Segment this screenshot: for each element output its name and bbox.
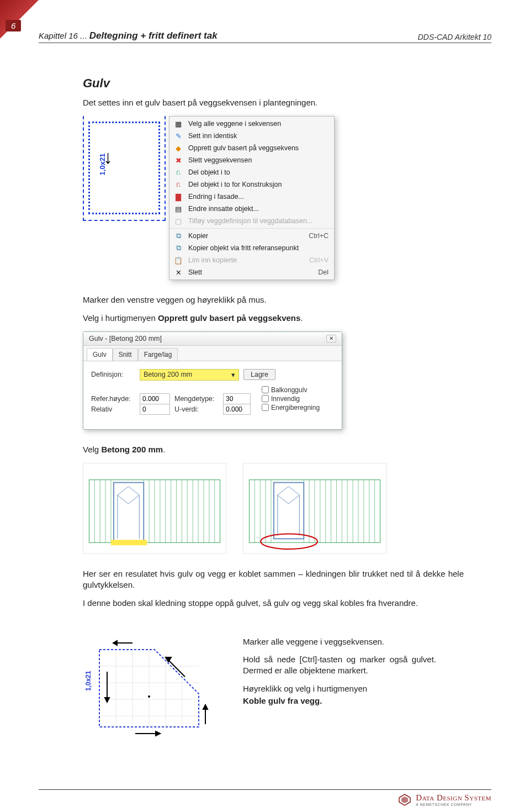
menu-item[interactable]: ▦Velg alle veggene i sekvensen bbox=[169, 118, 334, 130]
select-all-walls-icon: ▦ bbox=[173, 119, 184, 128]
delete-icon: ✕ bbox=[173, 268, 184, 277]
side-text-block: Marker alle veggene i veggsekvensen. Hol… bbox=[243, 616, 436, 713]
menu-item[interactable]: ⎌Del objekt i to bbox=[169, 166, 334, 178]
definition-dropdown[interactable]: Betong 200 mm ▾ bbox=[140, 369, 239, 381]
svg-marker-68 bbox=[105, 698, 109, 702]
definition-label: Definisjon: bbox=[91, 371, 135, 378]
text: Velg bbox=[83, 445, 101, 454]
tab-snitt[interactable]: Snitt bbox=[113, 348, 138, 361]
menu-label: Endre innsatte objekt... bbox=[188, 205, 259, 213]
plan-snippet: 1,0x21 ↓ bbox=[83, 116, 166, 221]
side-line2: Hold så nede [Ctrl]-tasten og marker ogs… bbox=[243, 654, 436, 677]
checkbox-balkonggulv[interactable]: Balkonggulv bbox=[262, 386, 320, 394]
tab-fargelag[interactable]: Farge/lag bbox=[138, 348, 178, 361]
mengdetype-input[interactable] bbox=[223, 393, 251, 404]
copy-icon: ⧉ bbox=[173, 231, 184, 240]
menu-label: Del objekt i to for Konstruksjon bbox=[188, 181, 282, 188]
menu-label: Endring i fasade... bbox=[188, 193, 244, 201]
brand-logo-icon bbox=[398, 793, 411, 806]
menu-item[interactable]: ⎌Del objekt i to for Konstruksjon bbox=[169, 178, 334, 191]
svg-point-58 bbox=[148, 695, 150, 698]
figure-plan-lower: 1,0x21 Marker alle veggene i veggsekvens… bbox=[83, 616, 464, 744]
menu-shortcut: Ctrl+V bbox=[309, 256, 328, 264]
checkbox-input[interactable] bbox=[262, 386, 269, 393]
checkbox-label: Balkonggulv bbox=[271, 386, 307, 394]
copy-refpoint-icon: ⧉ bbox=[173, 244, 184, 252]
paragraph-2a: Marker den venstre veggen og høyreklikk … bbox=[83, 294, 464, 305]
floor-dialog: Gulv - [Betong 200 mm] ✕ Gulv Snitt Farg… bbox=[83, 331, 342, 430]
chevron-down-icon: ▾ bbox=[231, 371, 235, 379]
refheight-label: Refer.høyde: bbox=[91, 395, 135, 403]
checkbox-energiberegning[interactable]: Energiberegning bbox=[262, 404, 320, 412]
page-header: Kapittel 16 ... Deltegning + fritt defin… bbox=[39, 30, 491, 43]
text: Velg i hurtigmenyen bbox=[83, 313, 158, 323]
plan-dimension-label: 1,0x21 bbox=[84, 671, 92, 691]
intro-paragraph: Det settes inn et gulv basert på veggsek… bbox=[83, 97, 464, 108]
menu-item[interactable]: ▤Endre innsatte objekt... bbox=[169, 203, 334, 215]
delete-sequence-icon: ✖ bbox=[173, 156, 184, 165]
side-line1: Marker alle veggene i veggsekvensen. bbox=[243, 636, 436, 647]
menu-item[interactable]: ⧉KopierCtrl+C bbox=[169, 230, 334, 242]
checkbox-input[interactable] bbox=[262, 395, 269, 402]
checkbox-input[interactable] bbox=[262, 404, 269, 411]
side-line3: Høyreklikk og velg i hurtigmenyen bbox=[243, 683, 436, 694]
svg-marker-70 bbox=[401, 797, 408, 803]
bold-text: Koble gulv fra vegg. bbox=[243, 696, 322, 705]
bold-text: Betong 200 mm bbox=[101, 445, 163, 454]
building-right bbox=[243, 463, 386, 554]
relativ-input[interactable] bbox=[140, 404, 170, 415]
section-title: Gulv bbox=[83, 76, 464, 91]
figure-buildings bbox=[83, 463, 464, 554]
menu-item[interactable]: ✎Sett inn identisk bbox=[169, 130, 334, 142]
menu-shortcut: Del bbox=[318, 268, 328, 276]
menu-label: Opprett gulv basert på veggsekvens bbox=[188, 144, 299, 152]
dialog-tabs: Gulv Snitt Farge/lag bbox=[83, 346, 342, 361]
building-left bbox=[83, 463, 226, 554]
menu-label: Kopier bbox=[188, 232, 208, 240]
menu-item: ▢Tilføy veggdefinisjon til veggdatabasen… bbox=[169, 215, 334, 227]
add-walldef-icon: ▢ bbox=[173, 217, 184, 225]
uverdi-label: U-verdi: bbox=[174, 405, 219, 413]
menu-label: Del objekt i to bbox=[188, 168, 230, 176]
edit-inserted-icon: ▤ bbox=[173, 204, 184, 213]
split-construction-icon: ⎌ bbox=[173, 180, 184, 189]
checkbox-label: Energiberegning bbox=[271, 404, 320, 412]
menu-item: 📋Lim inn kopierteCtrl+V bbox=[169, 254, 334, 266]
page-number: 6 bbox=[6, 20, 21, 31]
menu-item[interactable]: ⧉Kopier objekt via fritt referansepunkt bbox=[169, 242, 334, 254]
paragraph-2b: Velg i hurtigmenyen Opprett gulv basert … bbox=[83, 313, 464, 324]
brand-name: Data Design System bbox=[416, 793, 491, 803]
dialog-body: Definisjon: Betong 200 mm ▾ Lagre Refer.… bbox=[83, 361, 342, 429]
dialog-titlebar: Gulv - [Betong 200 mm] ✕ bbox=[83, 332, 342, 346]
svg-marker-66 bbox=[156, 731, 160, 736]
tab-gulv[interactable]: Gulv bbox=[87, 348, 113, 361]
menu-label: Lim inn kopierte bbox=[188, 256, 237, 264]
menu-label: Kopier objekt via fritt referansepunkt bbox=[188, 244, 299, 252]
menu-shortcut: Ctrl+C bbox=[309, 232, 328, 240]
uverdi-input[interactable] bbox=[223, 404, 251, 415]
save-button[interactable]: Lagre bbox=[243, 369, 275, 380]
insert-identical-icon: ✎ bbox=[173, 131, 184, 140]
mengdetype-label: Mengdetype: bbox=[174, 395, 219, 403]
checkbox-innvendig[interactable]: Innvendig bbox=[262, 395, 320, 403]
menu-item[interactable]: ◆Opprett gulv basert på veggsekvens bbox=[169, 142, 334, 154]
refheight-input[interactable] bbox=[140, 393, 170, 404]
paragraph-4a: Her ser en resulatet hvis gulv og vegg e… bbox=[83, 568, 464, 591]
bold-text: Opprett gulv basert på veggsekvens bbox=[158, 313, 300, 323]
facade-change-icon: ▇ bbox=[173, 192, 184, 201]
close-icon[interactable]: ✕ bbox=[326, 335, 336, 342]
arrow-icon: ↓ bbox=[103, 146, 113, 168]
figure-contextmenu: 1,0x21 ↓ ▦Velg alle veggene i sekvensen … bbox=[83, 116, 464, 280]
plan-image: 1,0x21 bbox=[83, 616, 221, 744]
svg-marker-64 bbox=[203, 705, 208, 709]
menu-item[interactable]: ✕SlettDel bbox=[169, 266, 334, 278]
paragraph-4b: I denne boden skal kledning stoppe oppå … bbox=[83, 598, 464, 609]
relativ-label: Relativ bbox=[91, 405, 135, 413]
chapter-title: Deltegning + fritt definert tak bbox=[89, 30, 218, 41]
menu-item[interactable]: ▇Endring i fasade... bbox=[169, 191, 334, 203]
menu-item[interactable]: ✖Slett veggsekvensen bbox=[169, 154, 334, 166]
menu-label: Slett bbox=[188, 268, 202, 276]
create-floor-icon: ◆ bbox=[173, 144, 184, 152]
context-menu: ▦Velg alle veggene i sekvensen ✎Sett inn… bbox=[169, 116, 335, 280]
paste-icon: 📋 bbox=[173, 256, 184, 265]
